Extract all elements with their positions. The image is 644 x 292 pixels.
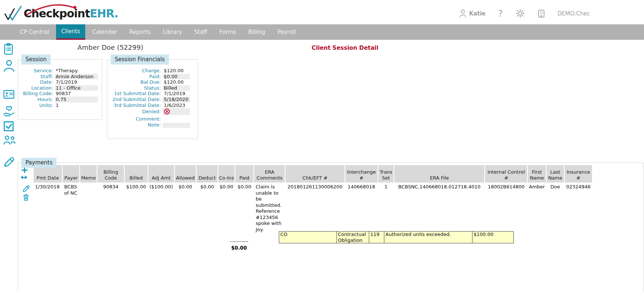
- bal-due-value: $120.00: [163, 79, 190, 85]
- id-card-icon[interactable]: [3, 90, 15, 100]
- first-submittal-label: 1st Submittal Date:: [107, 91, 163, 97]
- resize-columns-icon[interactable]: ↔: [21, 174, 32, 181]
- paid-value: $0.00: [163, 74, 190, 80]
- clipboard-list-icon[interactable]: [3, 43, 14, 55]
- tab-clients[interactable]: Clients: [56, 24, 85, 40]
- staff-label: Staff:: [18, 74, 55, 80]
- col-era-comments: ERA Comments: [254, 165, 285, 182]
- cell-interchange: 140668018: [345, 182, 378, 234]
- cell-deduct: $0.00: [197, 182, 217, 234]
- cell-era-file: BCBSNC.140668018.012718.4010: [394, 182, 484, 234]
- hours-value: 0.75: [55, 97, 98, 102]
- tab-reports[interactable]: Reports: [124, 24, 156, 40]
- col-memo: Memo: [80, 165, 97, 182]
- session-panel: Session Service:*Therapy Staff:Annie And…: [18, 59, 102, 120]
- denied-label: Denied:: [107, 108, 163, 115]
- denied-value: [163, 108, 190, 115]
- col-allowed: Allowed: [175, 165, 196, 182]
- tab-payroll[interactable]: Payroll: [272, 24, 301, 40]
- gear-icon: [516, 9, 525, 18]
- billing-code-label: Billing Code:: [18, 91, 55, 97]
- checkmark-logo-icon: [3, 3, 24, 22]
- session-financials-legend: Session Financials: [111, 55, 169, 65]
- cell-insurance: 02324946: [565, 182, 592, 234]
- payments-panel: Payments + ↔ Pmt Date Payer Memo Billing…: [18, 163, 644, 292]
- tab-billing[interactable]: Billing: [243, 24, 270, 40]
- comment-label: Comment:: [107, 116, 163, 122]
- first-submittal-value: 7/1/2019: [163, 91, 190, 97]
- status-value: Billed: [163, 85, 190, 91]
- cell-adj-amt: ($100.00): [148, 182, 174, 234]
- col-adj-amt: Adj Amt: [148, 165, 174, 182]
- second-submittal-label: 2nd Submittal Date:: [107, 97, 163, 102]
- col-billing-code: Billing Code: [97, 165, 124, 182]
- col-billed: Billed: [125, 165, 148, 182]
- left-sidebar: [0, 40, 16, 292]
- col-first-name: First Name: [528, 165, 546, 182]
- client-profile-icon[interactable]: [3, 59, 15, 73]
- status-label: Status:: [107, 85, 163, 91]
- settings-button[interactable]: [516, 9, 525, 18]
- cell-paid: $0.00: [235, 182, 253, 234]
- cell-co-ins: $0.00: [218, 182, 235, 234]
- cell-pmt-date: 1/30/2018: [34, 182, 62, 234]
- adjustment-group-code: CO: [279, 231, 337, 243]
- user-name: Katie: [469, 10, 485, 17]
- col-chk-eft: Chk/EFT #: [285, 165, 344, 182]
- third-submittal-label: 3rd Submittal Date:: [107, 102, 163, 108]
- location-value: 11 - Office: [55, 85, 98, 91]
- cell-billed: $100.00: [125, 182, 148, 234]
- paid-total: $0.00: [230, 241, 248, 251]
- col-payer: Payer: [63, 165, 79, 182]
- session-legend: Session: [21, 55, 51, 65]
- hours-label: Hours:: [18, 97, 55, 102]
- tab-forms[interactable]: Forms: [214, 24, 242, 40]
- note-label: Note:: [107, 122, 163, 128]
- third-submittal-value: 1/6/2023: [163, 102, 190, 108]
- cell-internal-control: 18002B614800: [485, 182, 527, 234]
- tab-staff[interactable]: Staff: [189, 24, 212, 40]
- service-label: Service:: [18, 68, 55, 74]
- date-value: 7/1/2019: [55, 79, 98, 85]
- cell-memo: [80, 182, 97, 234]
- tab-calendar[interactable]: Calendar: [87, 24, 122, 40]
- staff-value: Annie Anderson: [55, 74, 98, 80]
- environment-label: DEMO:Chec: [558, 10, 590, 17]
- adjustment-reason-code: 119: [369, 231, 384, 243]
- help-button[interactable]: ?: [498, 8, 503, 19]
- tab-cp-central[interactable]: CP Central: [15, 24, 54, 40]
- tab-library[interactable]: Library: [157, 24, 187, 40]
- task-check-icon[interactable]: [3, 121, 14, 132]
- pencil-icon[interactable]: [3, 156, 15, 168]
- note-input[interactable]: [163, 123, 190, 128]
- cell-chk-eft: 201801261130006200: [285, 182, 344, 234]
- table-actions-header: + ↔: [19, 165, 33, 182]
- col-last-name: Last Name: [547, 165, 564, 182]
- edit-payment-icon[interactable]: [22, 185, 30, 192]
- building-icon: [537, 9, 545, 18]
- col-co-ins: Co-Ins: [218, 165, 235, 182]
- cell-trans-set: 1: [378, 182, 394, 234]
- adjustment-row: CO Contractual Obligation 119 Authorized…: [279, 231, 514, 243]
- user-menu[interactable]: Katie: [459, 9, 485, 18]
- adjustment-reason-desc: Authorized units exceeded.: [384, 231, 472, 243]
- cell-allowed: $0.00: [175, 182, 196, 234]
- payments-table: + ↔ Pmt Date Payer Memo Billing Code Bil…: [18, 165, 593, 234]
- units-label: Units:: [18, 102, 55, 108]
- hand-heart-icon[interactable]: [3, 105, 15, 117]
- col-internal-control: Internal Control #: [485, 165, 527, 182]
- denied-icon: [164, 108, 190, 115]
- col-deduct: Deduct: [197, 165, 217, 182]
- col-paid: Paid: [235, 165, 253, 182]
- row-actions-cell: [19, 182, 33, 234]
- service-value: *Therapy: [55, 68, 98, 74]
- charge-value: $120.00: [163, 68, 190, 74]
- delete-payment-icon[interactable]: [23, 194, 29, 201]
- cell-payer: BCBS of NC: [63, 182, 79, 234]
- organization-button[interactable]: [537, 9, 545, 18]
- second-submittal-value: 5/18/2020: [163, 97, 190, 102]
- client-name-title: Amber Doe (52299): [77, 44, 143, 51]
- session-financials-panel: Session Financials Charge:$120.00 Paid:$…: [107, 59, 198, 139]
- group-icon[interactable]: [3, 135, 16, 145]
- bal-due-label: Bal Due:: [107, 79, 163, 85]
